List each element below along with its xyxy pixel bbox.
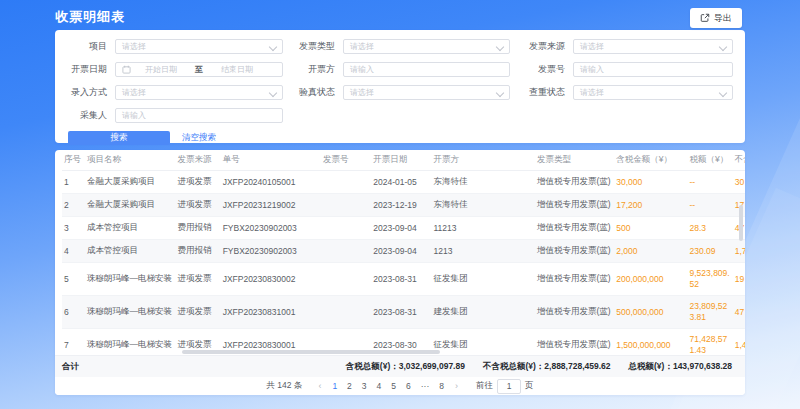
- filter-field-empty: [573, 108, 733, 123]
- cell-project: 成本管控项目: [85, 217, 175, 240]
- select-placeholder: 请选择: [122, 87, 146, 98]
- cell-date: 2023-08-31: [371, 296, 431, 329]
- filter-input-invoice-number[interactable]: 请输入: [573, 62, 733, 77]
- table-scroll-area: 序号项目名称发票来源单号发票号开票日期开票方发票类型含税金额（¥）税额（¥）不含…: [55, 150, 745, 355]
- cell-project: 金融大厦采购项目: [85, 171, 175, 194]
- filter-daterange-invoice-date[interactable]: 开始日期至结束日期: [115, 62, 283, 77]
- filter-grid: 项目请选择发票类型请选择发票来源请选择开票日期开始日期至结束日期开票方请输入发票…: [55, 30, 745, 123]
- page-number-4[interactable]: 4: [377, 381, 382, 391]
- page-number-5[interactable]: 5: [391, 381, 396, 391]
- filter-label-empty: [283, 108, 343, 123]
- cell-issuer: 东海特佳: [431, 171, 534, 194]
- filter-select-verify-status[interactable]: 请选择: [343, 85, 510, 100]
- cell-date: 2023-12-19: [371, 194, 431, 217]
- summary-item-2: 总税额(¥)：143,970,638.28: [629, 361, 732, 373]
- chevron-down-icon: [269, 43, 277, 51]
- filter-input-collector[interactable]: 请输入: [115, 108, 283, 123]
- filter-label-project: 项目: [55, 39, 115, 54]
- cell-amount: 1,500,000,000: [614, 329, 687, 356]
- filter-label-issuer: 开票方: [283, 62, 343, 77]
- cell-net: 1,7: [733, 240, 745, 263]
- page-number-3[interactable]: 3: [362, 381, 367, 391]
- next-page-button[interactable]: ›: [455, 381, 458, 391]
- cell-project: 珠穆朗玛峰—电梯安装: [85, 263, 175, 296]
- vertical-scrollbar[interactable]: [739, 205, 743, 241]
- select-placeholder: 请选择: [350, 41, 374, 52]
- page-number-8[interactable]: 8: [439, 381, 444, 391]
- summary-item-label: 总税额(¥)：: [629, 361, 673, 371]
- cell-tax: --: [688, 194, 733, 217]
- filter-label-entry-method: 录入方式: [55, 85, 115, 100]
- export-label: 导出: [714, 12, 732, 25]
- cell-amount: 200,000,000: [614, 263, 687, 296]
- cell-invoice: [321, 194, 371, 217]
- cell-source: 费用报销: [175, 240, 220, 263]
- page-ellipsis[interactable]: ···: [421, 381, 430, 391]
- cell-date: 2023-09-04: [371, 217, 431, 240]
- cell-invoice: [321, 263, 371, 296]
- export-button[interactable]: 导出: [690, 8, 742, 28]
- filter-label-invoice-date: 开票日期: [55, 62, 115, 77]
- date-range-separator: 至: [195, 64, 203, 75]
- invoice-table: 序号项目名称发票来源单号发票号开票日期开票方发票类型含税金额（¥）税额（¥）不含…: [62, 150, 745, 355]
- export-icon: [700, 13, 710, 23]
- cell-invoice: [321, 217, 371, 240]
- cell-invoice: [321, 240, 371, 263]
- page-number-2[interactable]: 2: [347, 381, 352, 391]
- table-row: 3成本管控项目费用报销FYBX202309020032023-09-041121…: [62, 217, 745, 240]
- horizontal-scrollbar[interactable]: [182, 350, 440, 354]
- page-number-1[interactable]: 1: [332, 381, 337, 391]
- filter-label-invoice-source: 发票来源: [510, 39, 573, 54]
- cell-project: 珠穆朗玛峰—电梯安装: [85, 329, 175, 356]
- select-placeholder: 请选择: [580, 41, 604, 52]
- cell-amount: 30,000: [614, 171, 687, 194]
- page-title: 收票明细表: [55, 8, 125, 26]
- cell-tax: 9,523,809.52: [688, 263, 733, 296]
- cell-project: 珠穆朗玛峰—电梯安装: [85, 296, 175, 329]
- filter-label-verify-status: 验真状态: [283, 85, 343, 100]
- filter-label-duplicate-status: 查重状态: [510, 85, 573, 100]
- clear-search-link[interactable]: 清空搜索: [182, 132, 216, 144]
- cell-type: 增值税专用发票(蓝): [535, 194, 614, 217]
- column-header-issuer: 开票方: [431, 150, 534, 171]
- filter-select-invoice-source[interactable]: 请选择: [573, 39, 733, 54]
- filter-select-entry-method[interactable]: 请选择: [115, 85, 283, 100]
- filter-field-entry-method: 请选择: [115, 85, 283, 100]
- chevron-down-icon: [496, 43, 504, 51]
- input-placeholder: 请输入: [122, 110, 146, 121]
- cell-order: FYBX20230902003: [221, 240, 321, 263]
- input-placeholder: 请输入: [580, 64, 604, 75]
- filter-field-project: 请选择: [115, 39, 283, 54]
- cell-issuer: 11213: [431, 217, 534, 240]
- table-row: 4成本管控项目费用报销FYBX202309020032023-09-041213…: [62, 240, 745, 263]
- cell-net: 1,4: [733, 329, 745, 356]
- page-jump-input[interactable]: 1: [497, 379, 521, 394]
- cell-seq: 6: [62, 296, 85, 329]
- cell-amount: 17,200: [614, 194, 687, 217]
- prev-page-button[interactable]: ‹: [318, 381, 321, 391]
- cell-type: 增值税专用发票(蓝): [535, 171, 614, 194]
- cell-issuer: 1213: [431, 240, 534, 263]
- cell-seq: 4: [62, 240, 85, 263]
- search-button[interactable]: 搜索: [68, 131, 170, 145]
- filter-select-invoice-type[interactable]: 请选择: [343, 39, 510, 54]
- table-row: 2金融大厦采购项目进项发票JXFP202312190022023-12-19东海…: [62, 194, 745, 217]
- page-unit-label: 页: [525, 380, 534, 392]
- chevron-down-icon: [269, 89, 277, 97]
- cell-date: 2023-09-04: [371, 240, 431, 263]
- cell-type: 增值税专用发票(蓝): [535, 217, 614, 240]
- column-header-source: 发票来源: [175, 150, 220, 171]
- cell-source: 进项发票: [175, 263, 220, 296]
- cell-issuer: 征发集团: [431, 329, 534, 356]
- page-number-6[interactable]: 6: [406, 381, 411, 391]
- filter-input-issuer[interactable]: 请输入: [343, 62, 510, 77]
- filter-select-duplicate-status[interactable]: 请选择: [573, 85, 733, 100]
- cell-type: 增值税专用发票(蓝): [535, 263, 614, 296]
- date-end-placeholder: 结束日期: [221, 64, 253, 75]
- cell-order: JXFP20231219002: [221, 194, 321, 217]
- filter-select-project[interactable]: 请选择: [115, 39, 283, 54]
- column-header-invoice: 发票号: [321, 150, 371, 171]
- filter-panel: 项目请选择发票类型请选择发票来源请选择开票日期开始日期至结束日期开票方请输入发票…: [55, 30, 745, 143]
- cell-project: 金融大厦采购项目: [85, 194, 175, 217]
- cell-source: 进项发票: [175, 296, 220, 329]
